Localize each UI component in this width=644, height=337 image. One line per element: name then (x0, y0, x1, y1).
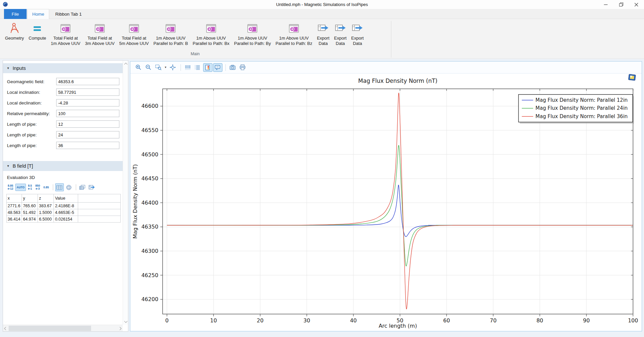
ribbon-button-label: Geometry (5, 36, 24, 41)
x-axis-data-button[interactable] (183, 63, 193, 72)
tab-home[interactable]: Home (27, 9, 49, 19)
scroll-up-icon[interactable] (123, 62, 128, 67)
zoom-extents-button[interactable] (168, 63, 178, 72)
ribbon-button-export-data-1[interactable]: ExportData (315, 20, 332, 47)
ribbon-button-total-field-at-1m-above-uuv[interactable]: Total Field at1m Above UUV (49, 20, 83, 47)
x-tick-label: 90 (583, 317, 590, 324)
ribbon-button-1m-above-uuv-parallel-to-path-bx[interactable]: 1m Above UUVParallel to Path: Bx (191, 20, 232, 47)
input-length-of-pipe-24[interactable] (56, 131, 119, 138)
table-cell[interactable]: 6.5000 (38, 216, 54, 223)
tab-file[interactable]: File (4, 9, 27, 19)
ribbon-button-label: Data (319, 41, 327, 46)
legend-entry: Mag Flux Density Norm: Parallel 36in (536, 113, 628, 119)
scroll-down-icon[interactable] (123, 318, 128, 324)
ribbon-button-1m-above-uuv-parallel-to-path-by[interactable]: 1m Above UUVParallel to Path: By (232, 20, 273, 47)
horizontal-scrollbar[interactable] (3, 325, 123, 331)
table-cell[interactable] (78, 216, 120, 223)
zoom-in-button[interactable] (134, 63, 143, 72)
table-header-z[interactable]: z (38, 194, 54, 203)
table-cell[interactable]: 48.563 (7, 209, 22, 216)
table-cell[interactable]: 4.6653E-5 (54, 209, 78, 216)
plot-area[interactable]: 0102030405060708090100462004625046300463… (130, 74, 642, 331)
plot-canvas[interactable]: 0102030405060708090100462004625046300463… (130, 74, 642, 331)
table-cell[interactable]: 64.974 (22, 216, 38, 223)
table-header-y[interactable]: y (22, 194, 38, 203)
ribbon-tab-bar: File Home Ribbon Tab 1 (0, 9, 644, 19)
table-header-empty[interactable] (78, 194, 120, 203)
image-snapshot-button[interactable] (228, 63, 237, 72)
toolbar-separator (225, 64, 226, 71)
sphere-view-button[interactable] (64, 183, 73, 191)
precision-button-8-85e-12[interactable]: 8.85e-12 (6, 184, 15, 191)
precision-button-8-5e-1[interactable]: 8.5e-1 (27, 184, 33, 191)
ribbon-button-geometry[interactable]: Geometry (3, 20, 26, 42)
precision-button-0-85[interactable]: 0.85 (42, 184, 50, 191)
precision-button-auto[interactable]: AUTO (15, 184, 26, 191)
table-cell[interactable]: 2.4186E-8 (54, 203, 78, 209)
table-header-x[interactable]: x (7, 194, 22, 203)
input-relative-permeability[interactable] (56, 110, 119, 117)
color-legend-icon (205, 65, 210, 71)
table-cell[interactable]: 51.492 (22, 209, 38, 216)
ribbon-button-1m-above-uuv-parallel-to-path-b[interactable]: 1m Above UUVParallel to Path: B (151, 20, 190, 47)
x-tick-label: 0 (165, 317, 169, 324)
ribbon-button-total-field-at-3m-above-uuv[interactable]: Total Field at3m Above UUV (83, 20, 117, 47)
y-tick-label: 46300 (141, 248, 158, 254)
bfield-section-header[interactable]: ▼ B field [T] (3, 161, 123, 171)
settings-panel: ▼ Inputs Geomagnetic field:Local inclina… (3, 60, 128, 332)
restore-button[interactable] (613, 0, 629, 9)
y-tick-label: 46500 (141, 151, 158, 158)
table-cell[interactable]: 383.67 (38, 203, 54, 209)
close-button[interactable] (629, 0, 644, 9)
table-view-button[interactable] (55, 183, 64, 191)
toolbar-separator (181, 64, 181, 71)
zoom-out-button[interactable] (144, 63, 153, 72)
copy-table-button[interactable] (78, 183, 87, 191)
table-cell[interactable]: 765.60 (22, 203, 38, 209)
table-cell[interactable] (78, 209, 120, 216)
x-tick-label: 20 (257, 317, 263, 324)
print-button[interactable] (238, 63, 247, 72)
x-tick-label: 80 (536, 317, 543, 324)
input-row: Local inclination: (7, 88, 119, 96)
ribbon-button-1m-above-uuv-parallel-to-path-bz[interactable]: 1m Above UUVParallel to Path: Bz (273, 20, 315, 47)
ribbon-button-label: Total Field at (122, 36, 146, 41)
inputs-section-header[interactable]: ▼ Inputs (3, 63, 123, 73)
x-axis-data-icon (185, 65, 191, 71)
vertical-scrollbar[interactable] (123, 61, 128, 325)
ribbon-button-export-data-3[interactable]: ExportData (349, 20, 366, 47)
y-tick-label: 46250 (141, 272, 158, 278)
ribbon-button-compute[interactable]: Compute (26, 20, 49, 42)
ribbon-button-label: Total Field at (87, 36, 112, 41)
precision-label: e-3 (36, 187, 40, 190)
zoom-box-dropdown-icon[interactable]: ▼ (164, 66, 167, 69)
precision-button-850e-3[interactable]: 850e-3 (34, 184, 41, 191)
minimize-button[interactable] (598, 0, 613, 9)
horizontal-scrollbar-thumb[interactable] (9, 326, 91, 331)
title-bar: Untitled.mph - Magnetic Simulations of I… (0, 0, 644, 9)
table-header-value[interactable]: Value (54, 194, 78, 203)
ribbon: GeometryComputeTotal Field at1m Above UU… (0, 19, 644, 59)
y-axis-data-button[interactable] (193, 63, 202, 72)
export-table-button[interactable] (87, 183, 96, 191)
ribbon-button-export-data-2[interactable]: ExportData (332, 20, 349, 47)
table-cell[interactable]: 2771.6 (7, 203, 22, 209)
table-cell[interactable]: 36.414 (7, 216, 22, 223)
input-length-of-pipe-12[interactable] (56, 120, 119, 128)
scroll-left-icon[interactable] (3, 326, 8, 331)
table-cell[interactable] (78, 203, 120, 209)
ribbon-button-label: Parallel to Path: B (153, 41, 188, 46)
table-cell[interactable]: 1.5000 (38, 209, 54, 216)
scroll-right-icon[interactable] (117, 326, 122, 331)
plot-tooltip-button[interactable] (213, 63, 222, 72)
input-local-inclination[interactable] (56, 88, 119, 96)
input-length-of-pipe-36[interactable] (56, 142, 119, 149)
color-legend-button[interactable] (203, 63, 212, 72)
window-title: Untitled.mph - Magnetic Simulations of I… (0, 0, 644, 9)
zoom-box-button[interactable] (154, 63, 163, 72)
tab-ribbon-tab-1[interactable]: Ribbon Tab 1 (50, 9, 87, 19)
input-local-declination[interactable] (56, 99, 119, 106)
table-cell[interactable]: 0.026154 (54, 216, 78, 223)
input-geomagnetic-field[interactable] (56, 78, 119, 85)
ribbon-button-total-field-at-5m-above-uuv[interactable]: Total Field at5m Above UUV (117, 20, 151, 47)
